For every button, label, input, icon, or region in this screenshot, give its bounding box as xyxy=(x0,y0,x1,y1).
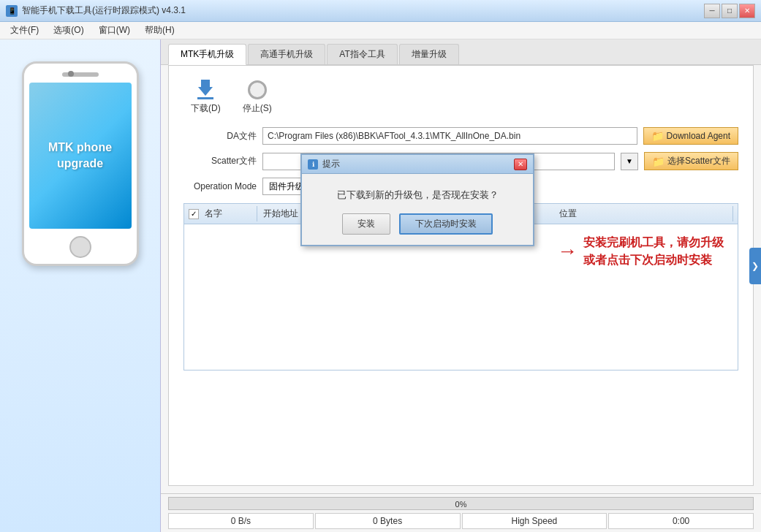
dialog-overlay: ℹ 提示 ✕ 已下载到新的升级包，是否现在安装？ 安装 下次启动时安装 → xyxy=(169,66,753,485)
tab-incremental[interactable]: 增量升级 xyxy=(399,44,459,64)
main-container: MTK phone upgrade MTK手机升级 高通手机升级 AT指令工具 … xyxy=(0,39,761,532)
status-time: 0:00 xyxy=(608,513,754,529)
maximize-button[interactable]: □ xyxy=(722,4,738,18)
tab-qualcomm[interactable]: 高通手机升级 xyxy=(248,44,325,64)
phone-image: MTK phone upgrade xyxy=(22,61,139,266)
status-bytes: 0 Bytes xyxy=(315,513,461,529)
annotation: → 安装完刷机工具，请勿升级 或者点击下次启动时安装 xyxy=(557,234,724,269)
menu-window[interactable]: 窗口(W) xyxy=(91,23,137,38)
dialog-message: 已下载到新的升级包，是否现在安装？ xyxy=(317,189,518,202)
phone-screen: MTK phone upgrade xyxy=(29,83,132,229)
content-area: MTK手机升级 高通手机升级 AT指令工具 增量升级 下载(D) xyxy=(161,39,761,532)
dialog-close-button[interactable]: ✕ xyxy=(514,159,527,170)
tab-bar: MTK手机升级 高通手机升级 AT指令工具 增量升级 xyxy=(161,39,761,65)
annotation-text: 安装完刷机工具，请勿升级 或者点击下次启动时安装 xyxy=(583,234,724,269)
phone-text: MTK phone upgrade xyxy=(48,140,112,172)
progress-bar-container: 0% xyxy=(168,497,754,510)
progress-text: 0% xyxy=(169,498,753,511)
tab-at[interactable]: AT指令工具 xyxy=(327,44,397,64)
window-title: 智能手机下载工具(运行时跟踪模式) v4.3.1 xyxy=(22,4,704,17)
dialog-buttons: 安装 下次启动时安装 xyxy=(317,213,518,235)
title-bar: 📱 智能手机下载工具(运行时跟踪模式) v4.3.1 ─ □ ✕ xyxy=(0,0,761,22)
dialog-icon: ℹ xyxy=(308,159,318,170)
phone-speaker xyxy=(62,72,99,77)
status-speed: 0 B/s xyxy=(168,513,314,529)
main-panel: 下载(D) 停止(S) DA文件 📁 Download Agent Scatte… xyxy=(168,65,754,486)
phone-panel: MTK phone upgrade xyxy=(0,39,161,532)
install-later-button[interactable]: 下次启动时安装 xyxy=(399,213,493,235)
menu-options[interactable]: 选项(O) xyxy=(46,23,91,38)
phone-home-button xyxy=(69,236,91,258)
tab-mtk[interactable]: MTK手机升级 xyxy=(168,44,246,65)
phone-camera xyxy=(68,71,74,77)
app-icon: 📱 xyxy=(6,5,18,17)
dialog-body: 已下载到新的升级包，是否现在安装？ 安装 下次启动时安装 xyxy=(302,174,533,245)
close-button[interactable]: ✕ xyxy=(739,4,755,18)
menu-help[interactable]: 帮助(H) xyxy=(137,23,182,38)
status-mode: High Speed xyxy=(462,513,607,529)
dialog: ℹ 提示 ✕ 已下载到新的升级包，是否现在安装？ 安装 下次启动时安装 xyxy=(300,153,534,246)
status-bar: 0% 0 B/s 0 Bytes High Speed 0:00 xyxy=(161,493,761,532)
annotation-arrow-icon: → xyxy=(557,241,578,262)
minimize-button[interactable]: ─ xyxy=(704,4,720,18)
status-row: 0 B/s 0 Bytes High Speed 0:00 xyxy=(168,513,754,529)
window-controls: ─ □ ✕ xyxy=(704,4,755,18)
dialog-title: 提示 xyxy=(322,158,510,170)
menu-file[interactable]: 文件(F) xyxy=(3,23,46,38)
install-button[interactable]: 安装 xyxy=(342,213,390,235)
menu-bar: 文件(F) 选项(O) 窗口(W) 帮助(H) xyxy=(0,22,761,39)
dialog-title-bar: ℹ 提示 ✕ xyxy=(302,155,533,174)
